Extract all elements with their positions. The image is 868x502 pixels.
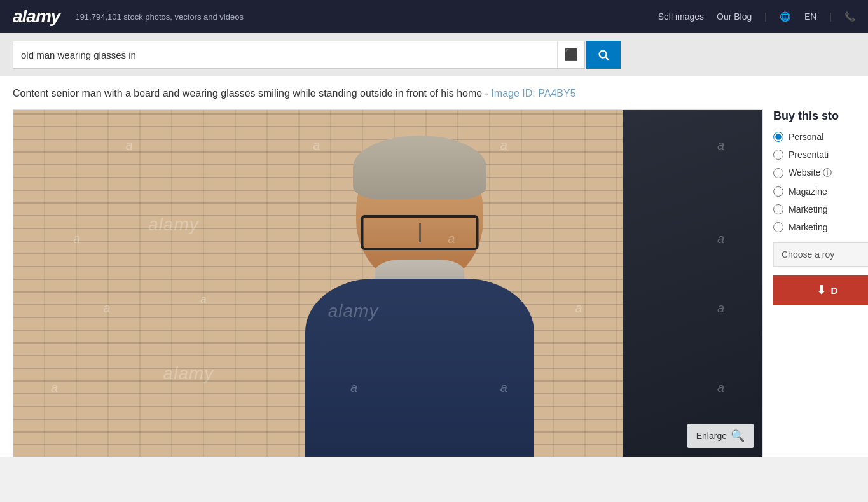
door-area [623,110,762,457]
sell-images-link[interactable]: Sell images [658,11,704,22]
download-button[interactable]: ⬇ D [773,275,868,305]
radio-website[interactable] [773,168,783,178]
top-navigation: alamy 191,794,101 stock photos, vectors … [0,0,868,33]
content-row: a a a a a alamy a a a a alamy a a alamy [13,109,855,457]
nav-divider-2: | [829,11,832,22]
photo-simulation: a a a a a alamy a a a a alamy a a alamy [13,110,762,457]
marketing-2-label: Marketing [789,222,827,232]
license-website[interactable]: Website ⓘ [773,167,868,179]
stock-count: 191,794,101 stock photos, vectors and vi… [75,12,244,22]
search-icon [596,48,610,62]
presentation-label: Presentati [789,150,829,160]
globe-icon[interactable]: 🌐 [780,11,790,22]
person-body [305,279,534,457]
person-hair [353,136,486,199]
phone-icon[interactable]: 📞 [844,11,855,22]
magazine-label: Magazine [789,186,827,197]
license-magazine[interactable]: Magazine [773,186,868,197]
language-label[interactable]: EN [804,11,816,22]
license-personal[interactable]: Personal [773,132,868,142]
nav-links: Sell images Our Blog | 🌐 EN | 📞 [658,11,855,22]
radio-presentation[interactable] [773,150,783,160]
image-id: Image ID: PA4BY5 [491,88,575,99]
personal-label: Personal [789,132,823,142]
search-submit-button[interactable] [586,41,621,69]
marketing-1-label: Marketing [789,204,827,214]
radio-marketing-2[interactable] [773,222,783,232]
enlarge-label: Enlarge [696,431,727,441]
search-bar-container: ⬛ [0,33,868,76]
website-label: Website ⓘ [789,167,832,179]
person-glasses [361,215,479,250]
radio-personal[interactable] [773,132,783,142]
nav-divider-1: | [764,11,767,22]
image-placeholder: a a a a a alamy a a a a alamy a a alamy [13,110,762,457]
image-description: Content senior man with a beard and wear… [13,88,488,99]
image-title: Content senior man with a beard and wear… [13,87,855,101]
alamy-logo[interactable]: alamy [13,6,60,27]
buy-title: Buy this sto [773,109,868,123]
radio-marketing-1[interactable] [773,204,783,214]
license-options: Personal Presentati Website ⓘ Magazine M [773,132,868,232]
camera-search-button[interactable]: ⬛ [557,41,584,68]
radio-magazine[interactable] [773,186,783,197]
search-input-wrapper: ⬛ [13,41,585,69]
download-icon: ⬇ [816,283,826,297]
right-sidebar: Buy this sto Personal Presentati Website… [763,109,868,457]
image-area: a a a a a alamy a a a a alamy a a alamy [13,109,763,457]
our-blog-link[interactable]: Our Blog [717,11,752,22]
license-marketing-1[interactable]: Marketing [773,204,868,214]
main-content: Content senior man with a beard and wear… [0,76,868,457]
download-label: D [831,285,838,296]
license-marketing-2[interactable]: Marketing [773,222,868,232]
magnify-icon: 🔍 [731,429,745,443]
camera-icon: ⬛ [564,48,578,62]
enlarge-button[interactable]: Enlarge 🔍 [687,424,754,448]
person-figure [261,126,579,457]
choose-royalty-label: Choose a roy [782,249,834,260]
choose-royalty-button[interactable]: Choose a roy [773,242,868,267]
search-input[interactable] [13,50,557,60]
license-presentation[interactable]: Presentati [773,150,868,160]
